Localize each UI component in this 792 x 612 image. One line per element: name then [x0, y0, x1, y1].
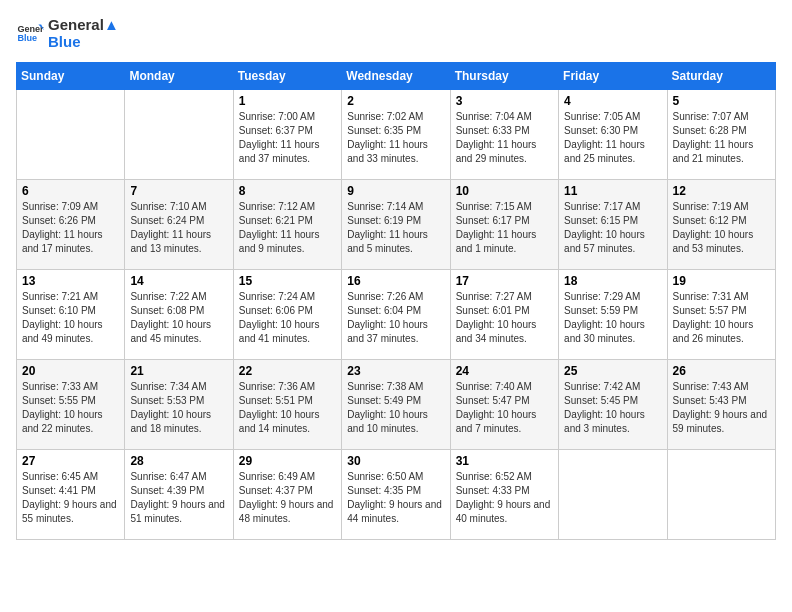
- day-info: Sunrise: 7:24 AM Sunset: 6:06 PM Dayligh…: [239, 290, 336, 346]
- day-info: Sunrise: 7:02 AM Sunset: 6:35 PM Dayligh…: [347, 110, 444, 166]
- day-number: 31: [456, 454, 553, 468]
- day-number: 18: [564, 274, 661, 288]
- calendar-week-2: 6Sunrise: 7:09 AM Sunset: 6:26 PM Daylig…: [17, 180, 776, 270]
- calendar-cell: 1Sunrise: 7:00 AM Sunset: 6:37 PM Daylig…: [233, 90, 341, 180]
- day-info: Sunrise: 7:22 AM Sunset: 6:08 PM Dayligh…: [130, 290, 227, 346]
- day-info: Sunrise: 7:19 AM Sunset: 6:12 PM Dayligh…: [673, 200, 770, 256]
- calendar-cell: [125, 90, 233, 180]
- calendar-table: SundayMondayTuesdayWednesdayThursdayFrid…: [16, 62, 776, 540]
- day-info: Sunrise: 7:12 AM Sunset: 6:21 PM Dayligh…: [239, 200, 336, 256]
- day-number: 29: [239, 454, 336, 468]
- calendar-cell: [17, 90, 125, 180]
- day-number: 28: [130, 454, 227, 468]
- logo-icon: General Blue: [16, 19, 44, 47]
- day-number: 10: [456, 184, 553, 198]
- calendar-cell: 25Sunrise: 7:42 AM Sunset: 5:45 PM Dayli…: [559, 360, 667, 450]
- day-number: 27: [22, 454, 119, 468]
- day-number: 7: [130, 184, 227, 198]
- weekday-header-monday: Monday: [125, 63, 233, 90]
- day-info: Sunrise: 7:05 AM Sunset: 6:30 PM Dayligh…: [564, 110, 661, 166]
- calendar-week-4: 20Sunrise: 7:33 AM Sunset: 5:55 PM Dayli…: [17, 360, 776, 450]
- calendar-cell: 7Sunrise: 7:10 AM Sunset: 6:24 PM Daylig…: [125, 180, 233, 270]
- calendar-cell: 3Sunrise: 7:04 AM Sunset: 6:33 PM Daylig…: [450, 90, 558, 180]
- day-info: Sunrise: 6:49 AM Sunset: 4:37 PM Dayligh…: [239, 470, 336, 526]
- calendar-cell: 18Sunrise: 7:29 AM Sunset: 5:59 PM Dayli…: [559, 270, 667, 360]
- calendar-cell: 5Sunrise: 7:07 AM Sunset: 6:28 PM Daylig…: [667, 90, 775, 180]
- svg-text:Blue: Blue: [17, 33, 37, 43]
- calendar-cell: 17Sunrise: 7:27 AM Sunset: 6:01 PM Dayli…: [450, 270, 558, 360]
- weekday-header-thursday: Thursday: [450, 63, 558, 90]
- calendar-cell: 2Sunrise: 7:02 AM Sunset: 6:35 PM Daylig…: [342, 90, 450, 180]
- day-info: Sunrise: 7:29 AM Sunset: 5:59 PM Dayligh…: [564, 290, 661, 346]
- calendar-cell: 23Sunrise: 7:38 AM Sunset: 5:49 PM Dayli…: [342, 360, 450, 450]
- day-number: 22: [239, 364, 336, 378]
- day-number: 2: [347, 94, 444, 108]
- calendar-cell: 4Sunrise: 7:05 AM Sunset: 6:30 PM Daylig…: [559, 90, 667, 180]
- day-number: 8: [239, 184, 336, 198]
- day-number: 13: [22, 274, 119, 288]
- day-number: 30: [347, 454, 444, 468]
- calendar-cell: 14Sunrise: 7:22 AM Sunset: 6:08 PM Dayli…: [125, 270, 233, 360]
- calendar-cell: 31Sunrise: 6:52 AM Sunset: 4:33 PM Dayli…: [450, 450, 558, 540]
- day-info: Sunrise: 6:50 AM Sunset: 4:35 PM Dayligh…: [347, 470, 444, 526]
- day-info: Sunrise: 7:36 AM Sunset: 5:51 PM Dayligh…: [239, 380, 336, 436]
- calendar-cell: 22Sunrise: 7:36 AM Sunset: 5:51 PM Dayli…: [233, 360, 341, 450]
- calendar-cell: 9Sunrise: 7:14 AM Sunset: 6:19 PM Daylig…: [342, 180, 450, 270]
- day-info: Sunrise: 7:43 AM Sunset: 5:43 PM Dayligh…: [673, 380, 770, 436]
- day-info: Sunrise: 6:45 AM Sunset: 4:41 PM Dayligh…: [22, 470, 119, 526]
- calendar-body: 1Sunrise: 7:00 AM Sunset: 6:37 PM Daylig…: [17, 90, 776, 540]
- day-number: 12: [673, 184, 770, 198]
- calendar-cell: 24Sunrise: 7:40 AM Sunset: 5:47 PM Dayli…: [450, 360, 558, 450]
- day-info: Sunrise: 7:09 AM Sunset: 6:26 PM Dayligh…: [22, 200, 119, 256]
- calendar-cell: 30Sunrise: 6:50 AM Sunset: 4:35 PM Dayli…: [342, 450, 450, 540]
- day-info: Sunrise: 7:10 AM Sunset: 6:24 PM Dayligh…: [130, 200, 227, 256]
- day-info: Sunrise: 7:27 AM Sunset: 6:01 PM Dayligh…: [456, 290, 553, 346]
- day-info: Sunrise: 7:14 AM Sunset: 6:19 PM Dayligh…: [347, 200, 444, 256]
- calendar-cell: 11Sunrise: 7:17 AM Sunset: 6:15 PM Dayli…: [559, 180, 667, 270]
- day-info: Sunrise: 7:00 AM Sunset: 6:37 PM Dayligh…: [239, 110, 336, 166]
- day-number: 26: [673, 364, 770, 378]
- calendar-week-1: 1Sunrise: 7:00 AM Sunset: 6:37 PM Daylig…: [17, 90, 776, 180]
- day-info: Sunrise: 7:15 AM Sunset: 6:17 PM Dayligh…: [456, 200, 553, 256]
- calendar-cell: [667, 450, 775, 540]
- day-number: 24: [456, 364, 553, 378]
- day-info: Sunrise: 7:34 AM Sunset: 5:53 PM Dayligh…: [130, 380, 227, 436]
- day-info: Sunrise: 7:07 AM Sunset: 6:28 PM Dayligh…: [673, 110, 770, 166]
- calendar-cell: [559, 450, 667, 540]
- logo-text: General▲: [48, 16, 119, 33]
- day-info: Sunrise: 7:31 AM Sunset: 5:57 PM Dayligh…: [673, 290, 770, 346]
- day-number: 9: [347, 184, 444, 198]
- day-number: 25: [564, 364, 661, 378]
- day-number: 5: [673, 94, 770, 108]
- calendar-cell: 15Sunrise: 7:24 AM Sunset: 6:06 PM Dayli…: [233, 270, 341, 360]
- calendar-week-5: 27Sunrise: 6:45 AM Sunset: 4:41 PM Dayli…: [17, 450, 776, 540]
- day-info: Sunrise: 7:04 AM Sunset: 6:33 PM Dayligh…: [456, 110, 553, 166]
- calendar-cell: 13Sunrise: 7:21 AM Sunset: 6:10 PM Dayli…: [17, 270, 125, 360]
- day-number: 4: [564, 94, 661, 108]
- day-number: 19: [673, 274, 770, 288]
- calendar-week-3: 13Sunrise: 7:21 AM Sunset: 6:10 PM Dayli…: [17, 270, 776, 360]
- weekday-header-friday: Friday: [559, 63, 667, 90]
- day-info: Sunrise: 6:47 AM Sunset: 4:39 PM Dayligh…: [130, 470, 227, 526]
- weekday-header-row: SundayMondayTuesdayWednesdayThursdayFrid…: [17, 63, 776, 90]
- day-number: 15: [239, 274, 336, 288]
- day-info: Sunrise: 7:42 AM Sunset: 5:45 PM Dayligh…: [564, 380, 661, 436]
- day-number: 1: [239, 94, 336, 108]
- weekday-header-sunday: Sunday: [17, 63, 125, 90]
- calendar-cell: 27Sunrise: 6:45 AM Sunset: 4:41 PM Dayli…: [17, 450, 125, 540]
- day-info: Sunrise: 7:17 AM Sunset: 6:15 PM Dayligh…: [564, 200, 661, 256]
- day-number: 21: [130, 364, 227, 378]
- weekday-header-wednesday: Wednesday: [342, 63, 450, 90]
- day-info: Sunrise: 7:38 AM Sunset: 5:49 PM Dayligh…: [347, 380, 444, 436]
- calendar-cell: 8Sunrise: 7:12 AM Sunset: 6:21 PM Daylig…: [233, 180, 341, 270]
- day-number: 17: [456, 274, 553, 288]
- calendar-cell: 12Sunrise: 7:19 AM Sunset: 6:12 PM Dayli…: [667, 180, 775, 270]
- page-header: General Blue General▲ Blue: [16, 16, 776, 50]
- logo-blue: Blue: [48, 33, 119, 50]
- day-number: 3: [456, 94, 553, 108]
- day-number: 23: [347, 364, 444, 378]
- logo: General Blue General▲ Blue: [16, 16, 119, 50]
- calendar-cell: 19Sunrise: 7:31 AM Sunset: 5:57 PM Dayli…: [667, 270, 775, 360]
- day-info: Sunrise: 7:21 AM Sunset: 6:10 PM Dayligh…: [22, 290, 119, 346]
- day-info: Sunrise: 7:26 AM Sunset: 6:04 PM Dayligh…: [347, 290, 444, 346]
